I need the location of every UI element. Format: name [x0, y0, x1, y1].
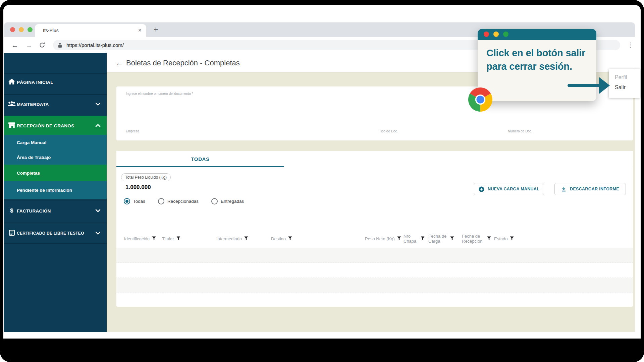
sidebar-item-masterdata[interactable]: MASTERDATA	[4, 94, 107, 114]
sidebar-item-pagina-inicial[interactable]: PÁGINA INICIAL	[4, 73, 107, 90]
home-icon	[7, 79, 16, 86]
table-body	[116, 248, 633, 307]
tooltip-yellow-dot	[493, 32, 499, 37]
filter-funnel-icon[interactable]	[421, 236, 425, 241]
radio-entregadas[interactable]: Entregadas	[211, 198, 244, 204]
page-title: Boletas de Recepción - Completas	[126, 53, 240, 72]
numero-doc-field-label[interactable]: Número de Doc.	[508, 129, 532, 133]
menu-item-salir[interactable]: Salir	[609, 82, 640, 93]
storefront-icon	[7, 122, 16, 129]
table-row[interactable]	[116, 248, 633, 263]
total-peso-value: 1.000.000	[125, 184, 151, 191]
dollar-icon: $	[7, 207, 16, 214]
nueva-carga-manual-button[interactable]: NUEVA CARGA MANUAL	[474, 183, 544, 195]
sidebar-submenu: Carga Manual Área de Trabajo Completas P…	[4, 135, 107, 199]
table-row[interactable]	[116, 293, 633, 307]
chevron-down-icon	[95, 231, 101, 236]
chevron-down-icon	[95, 102, 101, 107]
col-destino[interactable]: Destino	[271, 233, 292, 244]
empresa-field-label[interactable]: Empresa	[126, 129, 139, 133]
user-dropdown-menu: Perfil Salir	[609, 69, 640, 98]
tab-close-icon[interactable]: ×	[138, 24, 142, 37]
sidebar-item-certificado-de-libre-testeo[interactable]: CERTIFICADO DE LIBRE TESTEO	[4, 223, 107, 244]
lock-icon	[58, 43, 62, 49]
column-label: Fecha de Carga	[428, 234, 448, 244]
sidebar-item-recepcion-de-granos[interactable]: RECEPCIÓN DE GRANOS	[4, 116, 107, 135]
radio-label: Todas	[133, 199, 145, 204]
search-input-label[interactable]: Ingrese el nombre o numero del documento…	[126, 92, 193, 96]
chrome-logo-icon	[468, 87, 492, 112]
back-arrow-icon[interactable]: ←	[115, 53, 123, 72]
browser-reload-icon[interactable]	[39, 42, 45, 50]
tab-content-card: Total Peso Liquido (Kg) 1.000.000 Todas …	[116, 167, 633, 307]
sidebar-item-pendiente-de-informacion[interactable]: Pendiente de Información	[4, 181, 107, 199]
col-estado[interactable]: Estado	[494, 233, 514, 244]
chevron-down-icon	[95, 208, 101, 214]
filter-funnel-icon[interactable]	[244, 236, 248, 241]
col-nro-chapa[interactable]: Nro Chapa	[404, 233, 425, 244]
filter-funnel-icon[interactable]	[288, 236, 292, 241]
column-label: Identificación	[124, 236, 150, 241]
sidebar-item-carga-manual[interactable]: Carga Manual	[4, 135, 107, 150]
col-intermediario[interactable]: Intermediario	[216, 233, 248, 244]
pointer-arrow-head	[599, 77, 610, 94]
radio-circle-icon	[124, 198, 130, 204]
download-icon	[561, 186, 567, 192]
screenshot-stage: Its-Plus × + ← → https://portal.its-plus…	[0, 0, 644, 362]
col-titular[interactable]: Titular	[162, 233, 180, 244]
menu-item-perfil[interactable]: Perfil	[609, 72, 640, 82]
filter-funnel-icon[interactable]	[397, 236, 401, 241]
tipo-doc-field-label[interactable]: Tipo de Doc.	[379, 129, 398, 133]
filter-funnel-icon[interactable]	[487, 236, 491, 241]
sidebar-item-label: Carga Manual	[17, 140, 47, 145]
table-row[interactable]	[116, 278, 633, 293]
sidebar-item-label: Área de Trabajo	[17, 155, 51, 160]
sidebar-item-label: Completas	[17, 170, 40, 175]
sidebar-item-label: RECEPCIÓN DE GRANOS	[17, 123, 74, 128]
tab-title: Its-Plus	[43, 24, 59, 37]
browser-menu-icon[interactable]: ⋮	[627, 37, 633, 53]
filter-funnel-icon[interactable]	[450, 236, 454, 241]
filter-funnel-icon[interactable]	[176, 236, 180, 241]
column-label: Intermediario	[216, 236, 242, 241]
browser-forward-button: →	[25, 37, 33, 53]
tooltip-window: Click en el botón salir para cerrar sesi…	[478, 29, 596, 101]
sidebar-item-label: CERTIFICADO DE LIBRE TESTEO	[17, 231, 84, 236]
tooltip-red-dot	[484, 32, 489, 37]
filter-funnel-icon[interactable]	[510, 236, 514, 241]
button-label: NUEVA CARGA MANUAL	[488, 187, 539, 191]
radio-circle-icon	[211, 198, 218, 204]
radio-todas[interactable]: Todas	[124, 198, 145, 204]
column-label: Nro Chapa	[404, 234, 418, 244]
sidebar: PÁGINA INICIAL MASTERDATA	[4, 53, 107, 332]
macos-close-button[interactable]	[10, 27, 15, 32]
column-label: Titular	[162, 236, 174, 241]
col-identificacion[interactable]: Identificación	[124, 233, 156, 244]
sidebar-item-completas[interactable]: Completas	[4, 165, 107, 181]
browser-back-button[interactable]: ←	[11, 37, 18, 53]
col-fecha-recepcion[interactable]: Fecha de Recepción	[462, 233, 491, 244]
sidebar-item-label: MASTERDATA	[17, 102, 49, 107]
macos-minimize-button[interactable]	[19, 27, 24, 32]
radio-label: Recepcionadas	[167, 199, 199, 204]
table-row[interactable]	[116, 263, 633, 278]
certificate-document-icon	[7, 230, 16, 237]
macos-zoom-button[interactable]	[28, 27, 33, 32]
col-peso-neto[interactable]: Peso Neto (Kg)	[365, 233, 401, 244]
sidebar-item-area-de-trabajo[interactable]: Área de Trabajo	[4, 150, 107, 165]
pointer-arrow	[568, 84, 601, 87]
col-fecha-carga[interactable]: Fecha de Carga	[428, 233, 454, 244]
sidebar-item-facturacion[interactable]: $ FACTURACIÓN	[4, 200, 107, 221]
descargar-informe-button[interactable]: DESCARGAR INFORME	[554, 183, 626, 195]
filter-radio-group: Todas Recepcionadas Entregadas	[124, 198, 257, 204]
new-tab-button[interactable]: +	[154, 22, 158, 37]
sidebar-item-label: PÁGINA INICIAL	[17, 80, 53, 85]
browser-tab[interactable]: Its-Plus ×	[35, 24, 146, 37]
button-label: DESCARGAR INFORME	[570, 187, 619, 191]
table-header-row: Identificación Titular Intermediario Des…	[116, 233, 633, 244]
radio-recepcionadas[interactable]: Recepcionadas	[158, 198, 199, 204]
tooltip-line2: para cerrar sesión.	[486, 60, 585, 73]
tab-todas[interactable]: TODAS	[116, 151, 284, 167]
filter-funnel-icon[interactable]	[152, 236, 156, 241]
chevron-up-icon	[95, 123, 101, 128]
